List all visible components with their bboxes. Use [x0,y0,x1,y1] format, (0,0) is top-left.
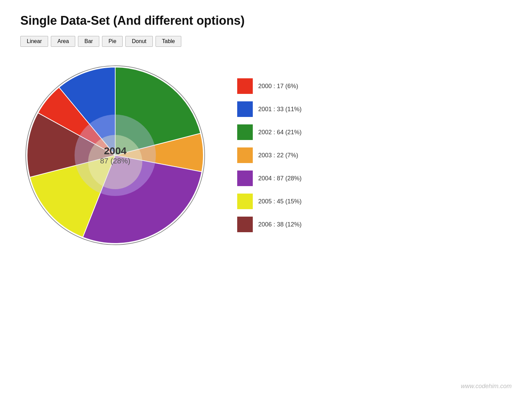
legend-color-2002 [237,124,253,140]
legend-label-2006: 2006 : 38 (12%) [258,221,302,228]
legend-item-2001: 2001 : 33 (11%) [237,101,302,117]
chart-type-button-linear[interactable]: Linear [20,36,48,47]
legend-item-2006: 2006 : 38 (12%) [237,217,302,232]
chart-type-button-donut[interactable]: Donut [125,36,153,47]
watermark: www.codehim.com [461,383,512,390]
chart-type-button-pie[interactable]: Pie [102,36,123,47]
legend-label-2001: 2001 : 33 (11%) [258,106,302,113]
legend-color-2003 [237,147,253,163]
legend-item-2003: 2003 : 22 (7%) [237,147,302,163]
legend-color-2004 [237,171,253,186]
legend-label-2004: 2004 : 87 (28%) [258,175,302,182]
legend-item-2004: 2004 : 87 (28%) [237,171,302,186]
legend-color-2000 [237,78,253,94]
pie-chart: 2004 87 (28%) [20,60,210,250]
chart-type-button-bar[interactable]: Bar [78,36,99,47]
legend-label-2005: 2005 : 45 (15%) [258,198,302,205]
legend-label-2003: 2003 : 22 (7%) [258,152,298,159]
chart-type-button-table[interactable]: Table [156,36,181,47]
chart-type-button-area[interactable]: Area [51,36,75,47]
legend-item-2005: 2005 : 45 (15%) [237,194,302,209]
legend-item-2000: 2000 : 17 (6%) [237,78,302,94]
legend-color-2006 [237,217,253,232]
legend-label-2002: 2002 : 64 (21%) [258,129,302,136]
legend-color-2001 [237,101,253,117]
chart-legend: 2000 : 17 (6%)2001 : 33 (11%)2002 : 64 (… [237,78,302,232]
legend-item-2002: 2002 : 64 (21%) [237,124,302,140]
chart-area: 2004 87 (28%) 2000 : 17 (6%)2001 : 33 (1… [20,60,512,250]
chart-type-toolbar: LinearAreaBarPieDonutTable [20,36,512,47]
pie-svg [20,60,210,250]
page-title: Single Data-Set (And different options) [20,14,512,28]
legend-color-2005 [237,194,253,209]
legend-label-2000: 2000 : 17 (6%) [258,83,298,90]
svg-point-2 [88,135,142,189]
